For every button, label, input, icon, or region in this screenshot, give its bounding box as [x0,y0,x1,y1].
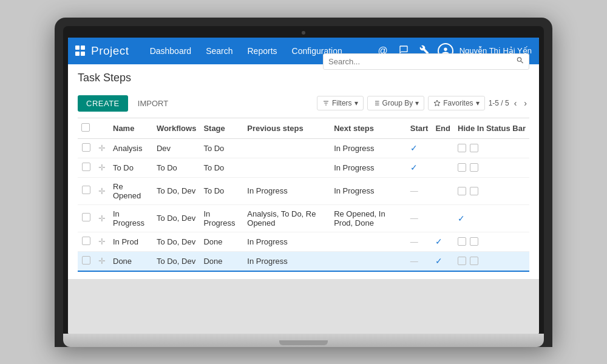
row-checkbox-3[interactable] [82,186,90,194]
groupby-label: Group By [382,99,413,107]
cell-name: In Prod [109,232,153,251]
cell-hide [454,138,529,158]
import-button[interactable]: IMPORT [133,95,173,112]
row-checkbox-2[interactable] [82,163,90,171]
end-checkmark: ✓ [435,237,443,246]
hide-check2[interactable] [470,237,478,246]
search-input[interactable] [323,53,529,70]
pager-text: 1-5 / 5 [489,99,509,107]
start-dash: — [410,186,418,195]
hide-check1[interactable] [458,144,466,152]
header-start[interactable]: Start [407,118,432,138]
cell-stage: To Do [200,177,243,204]
hide-check1[interactable] [458,237,466,246]
header-previous-steps[interactable]: Previous steps [243,118,330,138]
filters-button[interactable]: Filters ▾ [317,96,364,110]
cell-start: ✓ [407,138,432,158]
cell-hide: ✓ [454,204,529,232]
header-hide[interactable]: Hide In Status Bar [454,118,529,138]
hide-check2[interactable] [470,187,478,195]
cell-name: Done [109,251,153,271]
hide-check1[interactable] [458,163,466,172]
cell-previous-steps: Analysis, To Do, Re Opened [243,204,330,232]
cell-workflows: To Do [153,158,200,177]
cell-end [432,177,454,204]
pager-prev[interactable]: ‹ [512,97,520,109]
nav-reports[interactable]: Reports [242,42,283,59]
filters-dropdown-icon: ▾ [354,99,358,107]
laptop-notch [279,340,328,345]
pager: 1-5 / 5 ‹ › [489,97,529,109]
row-checkbox-1[interactable] [82,143,90,152]
table-header-row: Name Workflows Stage Previous steps Next… [78,118,529,138]
pager-next[interactable]: › [521,97,529,109]
drag-handle-1[interactable]: ✛ [98,143,106,153]
cell-workflows: To Do, Dev [153,251,200,271]
row-checkbox-4[interactable] [82,213,90,221]
drag-handle-6[interactable]: ✛ [98,256,106,266]
search-icon[interactable] [516,56,524,67]
cell-workflows: To Do, Dev [153,204,200,232]
cell-start: — [407,251,432,271]
header-drag [95,118,109,138]
search-bar [323,53,529,70]
header-stage[interactable]: Stage [200,118,243,138]
hide-check2[interactable] [470,257,478,265]
cell-next-steps: In Progress [330,177,407,204]
groupby-dropdown-icon: ▾ [415,99,419,107]
hide-check2[interactable] [470,163,478,172]
drag-handle-2[interactable]: ✛ [98,163,106,172]
hide-check1[interactable] [458,187,466,195]
cell-start: — [407,177,432,204]
cell-hide [454,158,529,177]
cell-name: Re Opened [109,177,153,204]
cell-workflows: Dev [153,138,200,158]
row-checkbox-5[interactable] [82,237,90,245]
cell-previous-steps: In Progress [243,177,330,204]
nav-search[interactable]: Search [200,42,239,59]
hide-check1[interactable] [458,257,466,265]
select-all-checkbox[interactable] [81,123,90,132]
header-end[interactable]: End [432,118,454,138]
cell-start: — [407,204,432,232]
hide-checkmark: ✓ [458,214,465,223]
start-checkmark: ✓ [410,143,418,153]
cell-workflows: To Do, Dev [153,232,200,251]
drag-handle-4[interactable]: ✛ [98,214,106,223]
cell-end [432,204,454,232]
header-next-steps[interactable]: Next steps [330,118,407,138]
drag-handle-3[interactable]: ✛ [98,186,106,196]
start-dash: — [410,237,418,246]
cell-stage: Done [200,251,243,271]
hide-check2[interactable] [470,144,478,152]
toolbar-right: Filters ▾ Group By ▾ Favorites [317,96,529,110]
cell-stage: In Progress [200,204,243,232]
gray-area [68,279,539,334]
start-dash: — [410,214,418,223]
row-checkbox-6[interactable] [82,256,90,265]
create-button[interactable]: CREATE [78,95,128,112]
start-checkmark: ✓ [410,163,418,172]
cell-hide [454,177,529,204]
favorites-dropdown-icon: ▾ [476,99,480,107]
cell-start: ✓ [407,158,432,177]
cell-previous-steps [243,158,330,177]
table-row: ✛AnalysisDevTo DoIn Progress✓ [78,138,529,158]
groupby-button[interactable]: Group By ▾ [367,96,425,110]
drag-handle-5[interactable]: ✛ [98,237,106,246]
cell-previous-steps [243,138,330,158]
header-workflows[interactable]: Workflows [153,118,200,138]
header-checkbox[interactable] [78,118,95,138]
favorites-button[interactable]: Favorites ▾ [428,96,484,110]
cell-hide [454,232,529,251]
cell-workflows: To Do, Dev [153,177,200,204]
nav-dashboard[interactable]: Dashboard [144,42,198,59]
header-name[interactable]: Name [109,118,153,138]
brand-name[interactable]: Project [91,44,129,58]
cell-next-steps [330,232,407,251]
table-row: ✛DoneTo Do, DevDoneIn Progress—✓ [78,251,529,271]
start-dash: — [410,257,418,266]
cell-next-steps: Re Opened, In Prod, Done [330,204,407,232]
task-steps-table: Name Workflows Stage Previous steps Next… [78,118,529,272]
grid-icon[interactable] [75,46,86,56]
